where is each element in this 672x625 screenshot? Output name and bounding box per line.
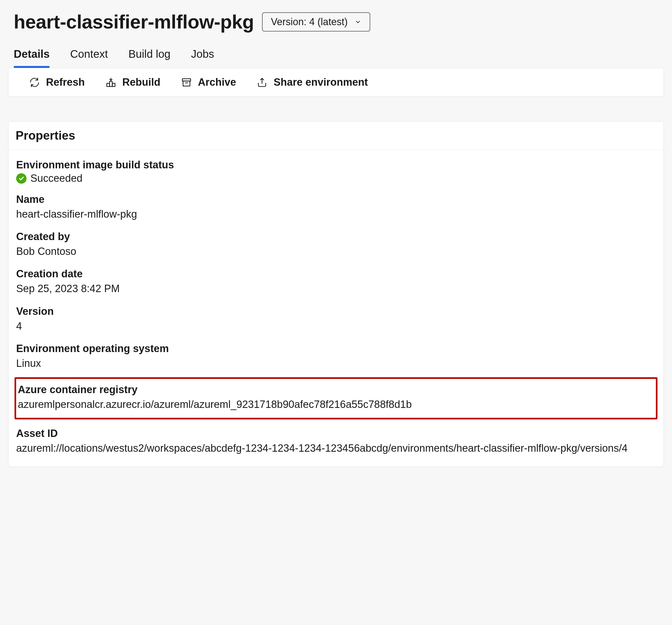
svg-rect-2 xyxy=(110,81,112,86)
refresh-icon xyxy=(29,77,40,88)
rebuild-icon xyxy=(105,77,116,88)
prop-label: Azure container registry xyxy=(18,384,654,395)
tab-label: Details xyxy=(14,48,50,60)
share-icon xyxy=(257,77,267,88)
prop-creation-date: Creation date Sep 25, 2023 8:42 PM xyxy=(15,261,657,299)
prop-created-by: Created by Bob Contoso xyxy=(15,224,657,261)
prop-label: Environment operating system xyxy=(16,343,656,355)
page-title: heart-classifier-mlflow-pkg xyxy=(14,11,254,33)
prop-value: Linux xyxy=(16,356,656,371)
tab-jobs[interactable]: Jobs xyxy=(191,48,214,68)
share-environment-button[interactable]: Share environment xyxy=(257,76,368,88)
svg-rect-1 xyxy=(107,83,110,87)
refresh-button[interactable]: Refresh xyxy=(29,76,85,88)
page-root: heart-classifier-mlflow-pkg Version: 4 (… xyxy=(0,0,672,625)
prop-value: Bob Contoso xyxy=(16,244,656,259)
prop-value: azuremlpersonalcr.azurecr.io/azureml/azu… xyxy=(18,397,654,412)
rebuild-button[interactable]: Rebuild xyxy=(105,76,161,88)
prop-acr-highlight: Azure container registry azuremlpersonal… xyxy=(15,377,657,419)
prop-label: Name xyxy=(16,194,656,205)
page-header: heart-classifier-mlflow-pkg Version: 4 (… xyxy=(8,11,664,33)
svg-rect-3 xyxy=(112,83,115,87)
archive-label: Archive xyxy=(198,76,236,88)
prop-build-status: Environment image build status Succeeded xyxy=(15,152,657,187)
status-value: Succeeded xyxy=(30,172,82,184)
prop-label: Created by xyxy=(16,231,656,243)
prop-label: Version xyxy=(16,306,656,317)
tab-label: Context xyxy=(70,48,108,60)
chevron-down-icon xyxy=(354,18,361,25)
tab-label: Build log xyxy=(128,48,170,60)
prop-value: azureml://locations/westus2/workspaces/a… xyxy=(16,441,656,456)
prop-value: heart-classifier-mlflow-pkg xyxy=(16,207,656,221)
prop-value: Sep 25, 2023 8:42 PM xyxy=(16,282,656,296)
tab-label: Jobs xyxy=(191,48,214,60)
toolbar: Refresh Rebuild xyxy=(8,68,664,97)
refresh-label: Refresh xyxy=(46,76,85,88)
tab-build-log[interactable]: Build log xyxy=(128,48,170,68)
prop-asset-id: Asset ID azureml://locations/westus2/wor… xyxy=(15,421,657,458)
archive-icon xyxy=(181,77,192,88)
tab-details[interactable]: Details xyxy=(14,48,50,68)
tab-context[interactable]: Context xyxy=(70,48,108,68)
svg-rect-5 xyxy=(183,81,190,86)
share-label: Share environment xyxy=(273,76,368,88)
prop-label: Creation date xyxy=(16,268,656,280)
status-row: Succeeded xyxy=(16,172,656,184)
prop-label: Asset ID xyxy=(16,428,656,439)
properties-card-body: Environment image build status Succeeded… xyxy=(8,150,664,466)
prop-name: Name heart-classifier-mlflow-pkg xyxy=(15,187,657,224)
success-check-icon xyxy=(16,173,27,184)
prop-value: 4 xyxy=(16,319,656,333)
archive-button[interactable]: Archive xyxy=(181,76,236,88)
version-dropdown-label: Version: 4 (latest) xyxy=(271,16,347,28)
version-dropdown[interactable]: Version: 4 (latest) xyxy=(262,12,370,31)
prop-version: Version 4 xyxy=(15,299,657,336)
properties-card: Properties Environment image build statu… xyxy=(8,121,664,467)
prop-os: Environment operating system Linux xyxy=(15,336,657,374)
prop-label: Environment image build status xyxy=(16,159,656,171)
properties-card-title: Properties xyxy=(8,122,664,150)
rebuild-label: Rebuild xyxy=(122,76,161,88)
tab-bar: Details Context Build log Jobs xyxy=(8,48,664,68)
